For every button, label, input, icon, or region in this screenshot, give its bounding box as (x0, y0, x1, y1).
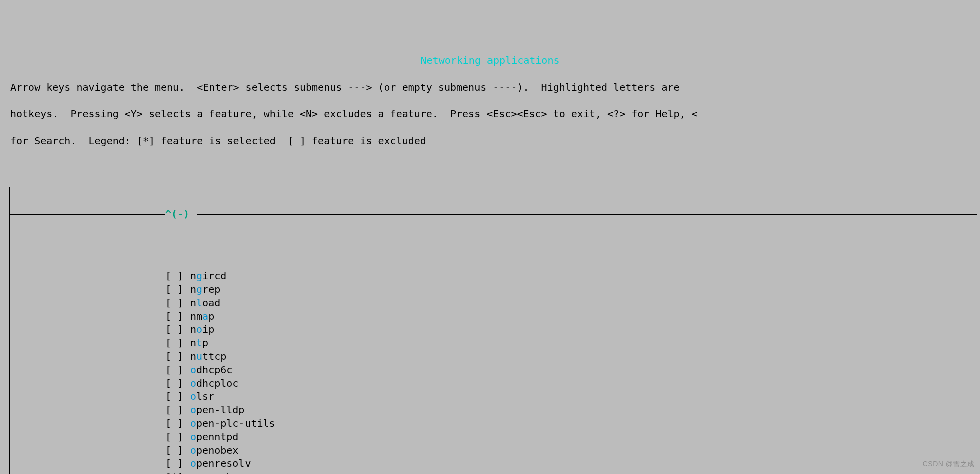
menu-item[interactable]: [ ] odhcp6c (0, 363, 980, 377)
checkbox[interactable]: [ ] (165, 363, 190, 377)
menu-frame: ^(-) [ ] ngircd[ ] ngrep[ ] nload[ ] nma… (0, 187, 980, 474)
label-post: ip (202, 323, 214, 335)
checkbox[interactable]: [ ] (165, 269, 190, 283)
item-label: openntpd (190, 430, 238, 444)
label-pre: n (190, 297, 196, 309)
label-post: p (202, 337, 208, 349)
menu-item[interactable]: [*] openssh (0, 470, 980, 474)
item-label: nload (190, 296, 220, 310)
item-label: openobex (190, 444, 238, 457)
item-label: olsr (190, 390, 214, 403)
label-post: penresolv (196, 457, 251, 469)
label-post: lsr (196, 390, 214, 402)
hotkey-letter: o (190, 471, 196, 474)
hotkey-letter: o (190, 404, 196, 416)
menu-item[interactable]: [ ] nmap (0, 310, 980, 323)
label-post: rep (202, 283, 220, 295)
hotkey-letter: o (190, 390, 196, 402)
label-post: pen-plc-utils (196, 417, 275, 429)
label-post: penssh (196, 471, 232, 474)
checkbox[interactable]: [ ] (165, 403, 190, 417)
item-label: openresolv (190, 457, 251, 470)
item-label: odhcp6c (190, 363, 232, 377)
hotkey-letter: l (196, 297, 202, 309)
menu-item[interactable]: [ ] openresolv (0, 457, 980, 470)
menu-item[interactable]: [ ] openntpd (0, 430, 980, 444)
hotkey-letter: a (202, 310, 208, 322)
checkbox[interactable]: [ ] (165, 377, 190, 390)
checkbox[interactable]: [ ] (165, 350, 190, 363)
label-post: oad (202, 297, 220, 309)
menu-title: Networking applications (0, 54, 980, 67)
label-pre: n (190, 323, 196, 335)
menu-item[interactable]: [ ] nload (0, 296, 980, 310)
checkbox[interactable]: [ ] (165, 310, 190, 323)
hotkey-letter: o (190, 431, 196, 443)
checkbox[interactable]: [ ] (165, 296, 190, 310)
hotkey-letter: o (190, 417, 196, 429)
hotkey-letter: g (196, 283, 202, 295)
menu-item[interactable]: [ ] odhcploc (0, 377, 980, 390)
item-label: ngrep (190, 283, 220, 296)
item-label: open-lldp (190, 403, 244, 417)
menu-item[interactable]: [ ] ngrep (0, 283, 980, 296)
hotkey-letter: u (196, 350, 202, 362)
menu-list[interactable]: [ ] ngircd[ ] ngrep[ ] nload[ ] nmap[ ] … (0, 269, 980, 474)
menu-item[interactable]: [ ] open-lldp (0, 403, 980, 417)
help-line-1: Arrow keys navigate the menu. <Enter> se… (0, 81, 980, 94)
menu-item[interactable]: [ ] olsr (0, 390, 980, 403)
menu-item[interactable]: [ ] noip (0, 323, 980, 336)
checkbox[interactable]: [ ] (165, 390, 190, 403)
checkbox[interactable]: [ ] (165, 336, 190, 350)
hotkey-letter: o (190, 377, 196, 389)
frame-border-left (9, 187, 10, 474)
hotkey-letter: o (190, 457, 196, 469)
item-label: open-plc-utils (190, 417, 275, 430)
checkbox[interactable]: [ ] (165, 430, 190, 444)
menu-item[interactable]: [ ] ngircd (0, 269, 980, 283)
hotkey-letter: g (196, 270, 202, 282)
item-label: ntp (190, 336, 208, 350)
label-pre: nm (190, 310, 202, 322)
label-pre: n (190, 283, 196, 295)
item-label: nmap (190, 310, 214, 323)
label-post: ircd (202, 270, 226, 282)
label-post: dhcploc (196, 377, 238, 389)
label-post: penobex (196, 444, 238, 456)
label-pre: n (190, 337, 196, 349)
help-line-2: hotkeys. Pressing <Y> selects a feature,… (0, 107, 980, 121)
help-line-3: for Search. Legend: [*] feature is selec… (0, 134, 980, 148)
checkbox[interactable]: [ ] (165, 417, 190, 430)
item-label: odhcploc (190, 377, 238, 390)
hotkey-letter: o (190, 444, 196, 456)
menu-item[interactable]: [ ] ntp (0, 336, 980, 350)
label-post: dhcp6c (196, 364, 232, 376)
item-label: openssh (190, 470, 232, 474)
label-post: ttcp (202, 350, 226, 362)
menu-item[interactable]: [ ] nuttcp (0, 350, 980, 363)
label-post: penntpd (196, 431, 238, 443)
checkbox[interactable]: [ ] (165, 283, 190, 296)
item-label: noip (190, 323, 214, 336)
hotkey-letter: o (196, 323, 202, 335)
frame-border-top-left (9, 214, 165, 215)
label-pre: n (190, 350, 196, 362)
checkbox[interactable]: [ ] (165, 444, 190, 457)
watermark: CSDN @雪之成 (923, 457, 975, 471)
menu-item[interactable]: [ ] open-plc-utils (0, 417, 980, 430)
label-post: p (208, 310, 214, 322)
item-label: ngircd (190, 269, 226, 283)
frame-border-top-right (197, 214, 977, 215)
hotkey-letter: o (190, 364, 196, 376)
menu-item[interactable]: [ ] openobex (0, 444, 980, 457)
checkbox[interactable]: [ ] (165, 457, 190, 470)
checkbox[interactable]: [ ] (165, 323, 190, 336)
label-pre: n (190, 270, 196, 282)
item-label: nuttcp (190, 350, 226, 363)
hotkey-letter: t (196, 337, 202, 349)
scroll-up-indicator: ^(-) (165, 207, 189, 221)
checkbox[interactable]: [*] (165, 470, 190, 474)
label-post: pen-lldp (196, 404, 244, 416)
